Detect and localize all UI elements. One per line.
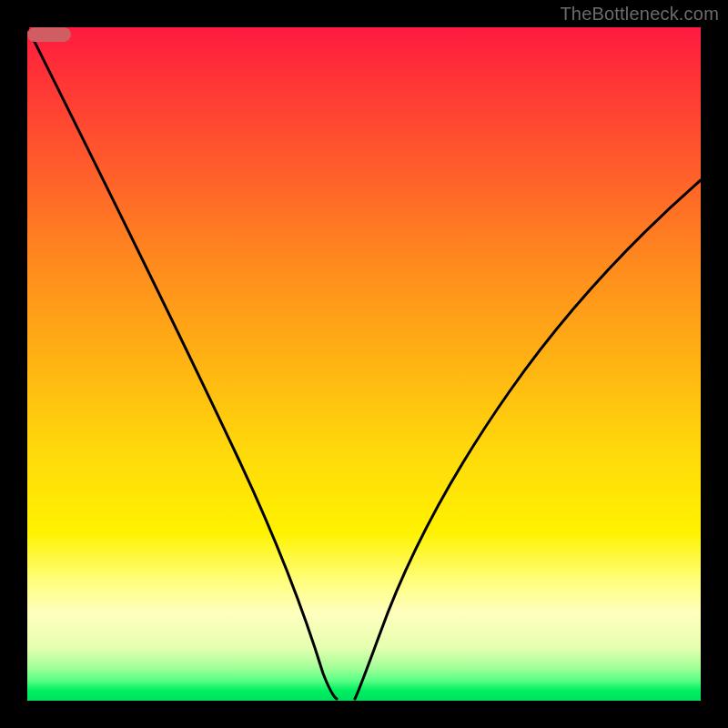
gradient-background [27, 27, 701, 701]
bottleneck-marker [27, 27, 71, 42]
plot-area [27, 27, 701, 701]
watermark-text: TheBottleneck.com [560, 4, 719, 25]
